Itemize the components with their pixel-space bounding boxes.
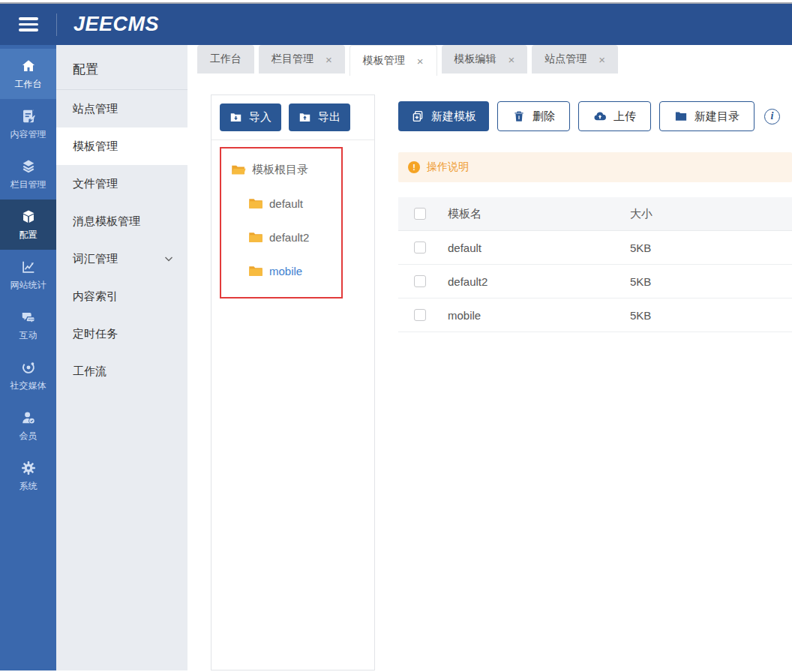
submenu-item-workflow[interactable]: 工作流 bbox=[56, 352, 188, 390]
hamburger-menu-icon[interactable] bbox=[0, 17, 56, 32]
panel-divider bbox=[212, 140, 374, 140]
folder-icon bbox=[248, 197, 263, 210]
document-icon bbox=[20, 108, 37, 124]
open-folder-icon bbox=[231, 164, 246, 176]
sidebar-item-members[interactable]: 会员 bbox=[0, 400, 56, 451]
new-template-icon bbox=[411, 110, 424, 123]
tab-template-edit[interactable]: 模板编辑× bbox=[442, 45, 528, 74]
submenu-item-message-templates[interactable]: 消息模板管理 bbox=[56, 202, 188, 240]
gear-icon bbox=[20, 460, 37, 476]
sidebar-item-system[interactable]: 系统 bbox=[0, 451, 56, 501]
chevron-down-icon bbox=[164, 254, 174, 264]
sidebar-item-label: 网站统计 bbox=[10, 279, 46, 292]
new-folder-button[interactable]: 新建目录 bbox=[659, 101, 754, 131]
operation-instructions-alert: ! 操作说明 bbox=[398, 152, 792, 182]
chart-icon bbox=[20, 259, 37, 275]
submenu-item-sites[interactable]: 站点管理 bbox=[56, 90, 188, 128]
template-list-area: 新建模板 删除 上传 新建目录 i bbox=[398, 101, 792, 670]
toolbar: 新建模板 删除 上传 新建目录 i bbox=[398, 101, 792, 131]
close-icon[interactable]: × bbox=[326, 54, 332, 65]
submenu-item-scheduled-tasks[interactable]: 定时任务 bbox=[56, 315, 188, 352]
template-name: default bbox=[448, 242, 630, 254]
column-header-name: 模板名 bbox=[448, 207, 630, 221]
alert-text: 操作说明 bbox=[427, 160, 469, 174]
folder-plus-icon bbox=[674, 110, 688, 123]
trash-icon bbox=[512, 110, 526, 123]
template-name: default2 bbox=[448, 275, 630, 288]
sidebar-item-workbench[interactable]: 工作台 bbox=[0, 49, 56, 99]
icon-sidebar: 工作台 内容管理 栏目管理 配置 网站统计 互动 社交媒体 会员 bbox=[0, 45, 56, 670]
sidebar-item-label: 会员 bbox=[20, 430, 38, 442]
sidebar-item-label: 配置 bbox=[20, 229, 38, 242]
sidebar-item-social[interactable]: 社交媒体 bbox=[0, 350, 56, 400]
sidebar-item-label: 社交媒体 bbox=[10, 380, 46, 392]
sidebar-item-label: 工作台 bbox=[15, 78, 42, 91]
tree-node-mobile[interactable]: mobile bbox=[221, 254, 341, 288]
delete-button[interactable]: 删除 bbox=[497, 101, 570, 131]
folder-export-icon bbox=[298, 111, 311, 124]
template-size: 5KB bbox=[630, 309, 792, 322]
sidebar-item-statistics[interactable]: 网站统计 bbox=[0, 250, 56, 300]
sidebar-item-config[interactable]: 配置 bbox=[0, 200, 56, 250]
new-template-button[interactable]: 新建模板 bbox=[398, 101, 489, 131]
member-icon bbox=[20, 410, 37, 426]
top-navbar: JEECMS bbox=[0, 4, 792, 45]
template-size: 5KB bbox=[630, 275, 792, 288]
table-row: default 5KB bbox=[398, 231, 792, 265]
export-button[interactable]: 导出 bbox=[289, 104, 350, 131]
sidebar-item-label: 内容管理 bbox=[10, 128, 46, 141]
sidebar-item-columns[interactable]: 栏目管理 bbox=[0, 149, 56, 200]
select-all-checkbox[interactable] bbox=[414, 208, 426, 220]
upload-button[interactable]: 上传 bbox=[578, 101, 651, 131]
tab-templates[interactable]: 模板管理× bbox=[350, 45, 437, 76]
template-size: 5KB bbox=[630, 242, 792, 254]
close-icon[interactable]: × bbox=[508, 54, 515, 65]
chat-icon bbox=[20, 309, 37, 326]
cube-icon bbox=[20, 208, 37, 225]
tree-node-default2[interactable]: default2 bbox=[221, 220, 341, 254]
content-region: 工作台 栏目管理× 模板管理× 模板编辑× 站点管理× 导入 导出 bbox=[188, 45, 792, 670]
template-table: 模板名 大小 default 5KB default2 5KB bbox=[398, 197, 792, 332]
tab-workbench[interactable]: 工作台 bbox=[197, 45, 254, 74]
row-checkbox[interactable] bbox=[414, 242, 426, 254]
warning-icon: ! bbox=[408, 161, 420, 173]
close-icon[interactable]: × bbox=[417, 56, 424, 67]
target-icon bbox=[20, 359, 37, 376]
info-icon[interactable]: i bbox=[764, 109, 780, 124]
template-tree-selection-box: 模板根目录 default default2 mobile bbox=[220, 147, 343, 298]
folder-icon bbox=[248, 265, 263, 278]
app-logo: JEECMS bbox=[74, 13, 159, 36]
submenu-item-content-index[interactable]: 内容索引 bbox=[56, 278, 188, 315]
row-checkbox[interactable] bbox=[414, 309, 426, 321]
config-submenu: 配置 站点管理 模板管理 文件管理 消息模板管理 词汇管理 内容索引 定时任务 … bbox=[56, 45, 188, 670]
folder-import-icon bbox=[230, 111, 242, 124]
cloud-upload-icon bbox=[593, 110, 607, 123]
sidebar-item-label: 栏目管理 bbox=[10, 178, 46, 191]
tab-bar: 工作台 栏目管理× 模板管理× 模板编辑× 站点管理× bbox=[188, 45, 792, 74]
submenu-item-templates[interactable]: 模板管理 bbox=[56, 128, 188, 165]
import-button[interactable]: 导入 bbox=[220, 104, 281, 131]
close-icon[interactable]: × bbox=[598, 54, 605, 65]
table-header-row: 模板名 大小 bbox=[398, 197, 792, 231]
submenu-title: 配置 bbox=[56, 45, 188, 90]
navbar-divider bbox=[56, 14, 57, 36]
tab-sites[interactable]: 站点管理× bbox=[532, 45, 618, 74]
tab-columns[interactable]: 栏目管理× bbox=[259, 45, 345, 74]
table-row: default2 5KB bbox=[398, 265, 792, 298]
layers-icon bbox=[20, 158, 37, 175]
row-checkbox[interactable] bbox=[414, 275, 426, 287]
table-row: mobile 5KB bbox=[398, 298, 792, 332]
template-name: mobile bbox=[448, 309, 630, 322]
tree-node-root[interactable]: 模板根目录 bbox=[221, 153, 341, 187]
folder-icon bbox=[248, 231, 263, 244]
template-tree-panel: 导入 导出 模板根目录 default bbox=[211, 94, 375, 670]
home-icon bbox=[20, 58, 37, 74]
submenu-item-vocabulary[interactable]: 词汇管理 bbox=[56, 240, 188, 278]
sidebar-item-label: 互动 bbox=[20, 329, 38, 342]
sidebar-item-content[interactable]: 内容管理 bbox=[0, 99, 56, 149]
column-header-size: 大小 bbox=[630, 207, 792, 221]
tree-node-default[interactable]: default bbox=[221, 187, 341, 220]
sidebar-item-interaction[interactable]: 互动 bbox=[0, 300, 56, 350]
submenu-item-files[interactable]: 文件管理 bbox=[56, 165, 188, 202]
sidebar-item-label: 系统 bbox=[20, 480, 38, 493]
